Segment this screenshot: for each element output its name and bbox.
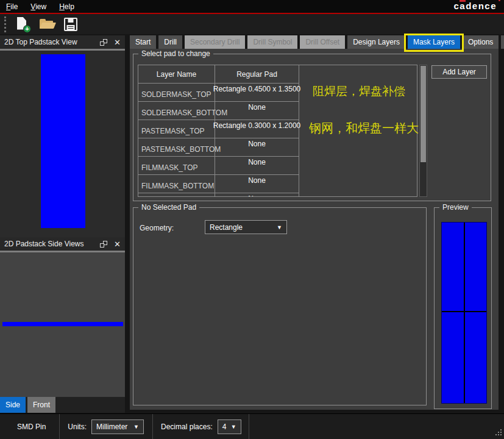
logo-text: c	[453, 1, 460, 11]
panel-title: 2D Padstack Side Views	[4, 240, 100, 248]
menu-help[interactable]: Help	[59, 2, 74, 11]
table-cell-regular-pad[interactable]: None	[215, 138, 299, 157]
tab-start[interactable]: Start	[130, 35, 156, 49]
plus-badge-icon: +	[23, 25, 31, 33]
open-padstack-icon[interactable]	[39, 16, 55, 32]
logo-macron-char: a	[460, 1, 466, 11]
side-view-tab-bar: SideFront	[0, 397, 125, 413]
column-layer-name: Layer NameSOLDERMASK_TOPSOLDERMASK_BOTTO…	[138, 65, 215, 196]
table-cell-regular-pad[interactable]: Rectangle 0.3000 x 1.2000	[215, 120, 299, 138]
decimal-places-dropdown[interactable]: 4 ▼	[218, 419, 241, 434]
logo-text-rest: dence	[466, 1, 497, 11]
floppy-shutter-shape	[68, 19, 74, 23]
table-cell-layer-name[interactable]: SOLDERMASK_TOP	[138, 84, 215, 102]
preview-crosshair-horizontal	[442, 311, 486, 312]
save-padstack-icon[interactable]	[63, 16, 79, 32]
tab-drill-offset: Drill Offset	[300, 35, 345, 49]
units-value: Millimeter	[96, 423, 127, 431]
preview-crosshair-vertical	[464, 223, 465, 403]
tab-drill[interactable]: Drill	[158, 35, 182, 49]
pad-top-view-shape	[41, 54, 85, 228]
preview-pad-canvas	[441, 222, 487, 404]
toolbar-drag-handle[interactable]	[4, 16, 6, 32]
group-preview: Preview	[434, 207, 492, 409]
statusbar-separator	[249, 414, 249, 439]
main-content: Select pad to change Layer NameSOLDERMAS…	[130, 49, 499, 410]
statusbar-separator	[152, 414, 153, 439]
view-tab-front[interactable]: Front	[27, 397, 55, 413]
table-cell-regular-pad[interactable]: None	[215, 175, 299, 193]
table-cell-layer-name[interactable]: PASTEMASK_BOTTOM	[138, 138, 215, 157]
side-views-canvas	[0, 252, 125, 397]
panel-header-side-views: 2D Padstack Side Views ✕	[0, 237, 125, 251]
group-title: Preview	[439, 203, 472, 212]
tab-summary[interactable]: Summary	[501, 35, 504, 49]
tab-secondary-drill: Secondary Drill	[185, 35, 245, 49]
table-cell-layer-name[interactable]: PASTEMASK_TOP	[138, 120, 215, 138]
group-title: Select pad to change	[138, 49, 213, 58]
table-cell-regular-pad[interactable]: Rectangle 0.4500 x 1.3500	[215, 84, 299, 102]
tab-design-layers[interactable]: Design Layers	[347, 35, 405, 49]
chevron-down-icon: ▼	[277, 224, 282, 230]
pad-side-view-shape	[2, 322, 123, 326]
folder-front-shape	[40, 23, 56, 29]
geometry-value: Rectangle	[210, 223, 243, 232]
table-cell-layer-name[interactable]: SOLDERMASK_BOTTOM	[138, 102, 215, 120]
close-icon[interactable]: ✕	[114, 38, 121, 46]
float-square-front	[100, 243, 104, 248]
column-header-regular-pad: Regular Pad	[215, 65, 299, 84]
float-window-icon[interactable]	[100, 39, 107, 46]
tab-drill-symbol: Drill Symbol	[247, 35, 297, 49]
panel-title: 2D Top Padstack View	[4, 38, 100, 46]
pin-type-status: SMD Pin	[17, 423, 46, 431]
float-square-front	[100, 41, 104, 46]
scrollbar-thumb[interactable]	[421, 66, 426, 162]
view-tab-side[interactable]: Side	[0, 397, 26, 413]
group-select-pad-to-change: Select pad to change Layer NameSOLDERMAS…	[133, 54, 491, 201]
table-cell-regular-pad[interactable]: None	[215, 102, 299, 120]
add-layer-button[interactable]: Add Layer	[431, 65, 487, 79]
table-cell-regular-pad[interactable]: None	[215, 193, 299, 197]
decimal-places-value: 4	[222, 423, 227, 431]
padstack-editor-window: FileViewHelp cadence + 2D Top Padstack V…	[0, 0, 504, 439]
table-cell-layer-name[interactable]: FILMMASK_BOTTOM	[138, 175, 215, 193]
table-scrollbar[interactable]	[419, 65, 427, 197]
menu-file[interactable]: File	[6, 2, 18, 11]
status-bar: SMD Pin Units: Millimeter ▼ Decimal plac…	[0, 413, 504, 439]
geometry-dropdown[interactable]: Rectangle ▼	[205, 220, 287, 234]
chevron-down-icon: ▼	[133, 424, 139, 430]
table-cell-regular-pad[interactable]: None	[215, 157, 299, 175]
units-label: Units:	[68, 423, 87, 431]
panel-header-top-view: 2D Top Padstack View ✕	[0, 35, 125, 49]
float-window-icon[interactable]	[100, 241, 107, 248]
table-empty-area	[299, 65, 417, 196]
main-tab-bar: StartDrillSecondary DrillDrill SymbolDri…	[130, 35, 504, 49]
units-dropdown[interactable]: Millimeter ▼	[91, 419, 144, 434]
floppy-label-shape	[67, 25, 75, 30]
tab-options[interactable]: Options	[463, 35, 499, 49]
window-resize-grip[interactable]	[494, 429, 502, 437]
menu-bar: FileViewHelp	[0, 0, 504, 13]
close-icon[interactable]: ✕	[114, 240, 121, 248]
column-header-layer-name: Layer Name	[138, 65, 215, 84]
top-padstack-view-canvas	[0, 51, 125, 237]
decimal-places-label: Decimal places:	[161, 423, 213, 431]
table-cell-layer-name[interactable]: FILMMASK_TOP	[138, 157, 215, 175]
group-no-selected-pad: No Selected Pad Geometry: Rectangle ▼	[133, 207, 427, 405]
menu-view[interactable]: View	[30, 2, 46, 11]
resize-grip-dots	[500, 429, 502, 430]
statusbar-separator	[59, 414, 60, 439]
group-title: No Selected Pad	[138, 203, 199, 212]
chevron-down-icon: ▼	[231, 424, 236, 430]
geometry-label: Geometry:	[140, 224, 174, 232]
cadence-logo: cadence	[453, 1, 497, 11]
new-padstack-icon[interactable]: +	[15, 16, 31, 32]
tab-mask-layers[interactable]: Mask Layers	[408, 35, 460, 49]
toolbar: +	[0, 14, 504, 34]
column-regular-pad: Regular PadRectangle 0.4500 x 1.3500None…	[215, 65, 299, 196]
mask-layers-table: Layer NameSOLDERMASK_TOPSOLDERMASK_BOTTO…	[138, 65, 417, 197]
table-cell-layer-name[interactable]	[138, 193, 215, 197]
